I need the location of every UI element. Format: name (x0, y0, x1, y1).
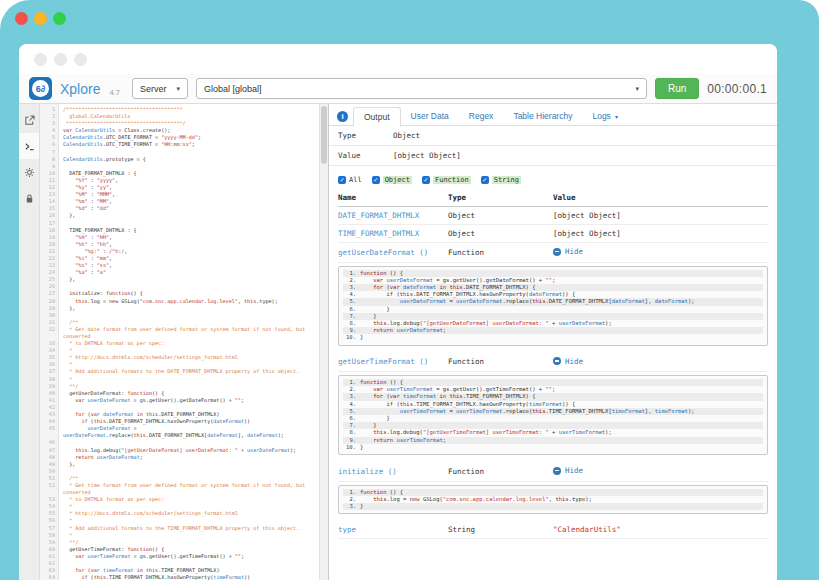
sidebar-item-terminal[interactable] (19, 133, 39, 159)
code-line[interactable]: 61 var userTimeFormat = gs.getUser().get… (40, 553, 319, 560)
code-line[interactable]: 34 * (40, 347, 319, 354)
property-name-link[interactable]: getUserTimeFormat () (338, 357, 448, 366)
code-line[interactable]: 57 * Add additional formats to the TIME_… (40, 525, 319, 532)
code-line[interactable]: 20 "%h" : "hh", (40, 241, 319, 248)
tab-table-hierarchy[interactable]: Table Hierarchy (503, 107, 582, 125)
code-line[interactable]: 60 getUserTimeFormat: function() { (40, 546, 319, 553)
code-line[interactable]: 52 * Get time format from user defined f… (40, 482, 319, 496)
checkbox-checked-icon[interactable] (338, 176, 346, 184)
filter-function[interactable]: Function (422, 176, 471, 184)
code-line[interactable]: 62 (40, 560, 319, 567)
code-line[interactable]: 50 (40, 468, 319, 475)
code-line[interactable]: 33 * to DHTMLX format as per spec: (40, 340, 319, 347)
code-line[interactable]: 6CalendarUtils.UTC_TIME_FORMAT = "HH:mm:… (40, 141, 319, 148)
code-line[interactable]: 14 "%m" : "MM", (40, 198, 319, 205)
code-line[interactable]: 64 if (this.TIME_FORMAT_DHTMLX.hasOwnPro… (40, 574, 319, 580)
tab-regex[interactable]: Regex (459, 107, 504, 125)
code-line[interactable]: 38 * (40, 376, 319, 383)
info-icon[interactable] (337, 111, 348, 122)
code-line[interactable]: 59 **/ (40, 539, 319, 546)
code-line[interactable]: 53 * to DHTMLX format as per spec: (40, 496, 319, 503)
code-line[interactable]: 41 var userDateFormat = gs.getUser().get… (40, 397, 319, 404)
editor-scrollbar[interactable] (319, 104, 328, 580)
tab-output[interactable]: Output (353, 107, 401, 127)
code-line[interactable]: 48 return userDateFormat; (40, 454, 319, 461)
code-line[interactable]: 30 (40, 312, 319, 319)
code-line[interactable]: 25 }, (40, 276, 319, 283)
code-line[interactable]: 55 * http://docs.dhtmlx.com/scheduler/se… (40, 510, 319, 517)
scope-select[interactable]: Global [global] ▾ (196, 78, 647, 99)
code-line[interactable]: 39 **/ (40, 383, 319, 390)
checkbox-checked-icon[interactable] (372, 176, 380, 184)
code-line[interactable]: 47 this.log.debug("[getUserDateFormat] u… (40, 447, 319, 454)
code-line[interactable]: 4var CalendarUtils = Class.create(); (40, 127, 319, 134)
server-select[interactable]: Server ▾ (132, 78, 188, 99)
checkbox-checked-icon[interactable] (422, 176, 430, 184)
code-line[interactable]: 45 userDateFormat = userDateFormat.repla… (40, 425, 319, 439)
property-name-link[interactable]: getUserDateFormat () (338, 248, 448, 257)
code-line[interactable]: 49 }, (40, 461, 319, 468)
property-name-link[interactable]: TIME_FORMAT_DHTMLX (338, 229, 448, 238)
code-line[interactable]: 2 global.CalendarUtils (40, 113, 319, 120)
code-line[interactable]: 12 "%y" : "yy", (40, 184, 319, 191)
code-line[interactable]: 40 getUserDateFormat: function() { (40, 390, 319, 397)
code-line[interactable]: 9 (40, 163, 319, 170)
code-line[interactable]: 13 "%M" : "MMM", (40, 191, 319, 198)
code-line[interactable]: 7 (40, 149, 319, 156)
code-line[interactable]: 21 "%g:" : /^h:/, (40, 248, 319, 255)
run-button[interactable]: Run (655, 78, 699, 99)
code-line[interactable]: 18 TIME_FORMAT_DHTMLX : { (40, 227, 319, 234)
code-line[interactable]: 23 "%s" : "ss", (40, 262, 319, 269)
code-line[interactable]: 46 (40, 439, 319, 446)
code-line[interactable]: 5CalendarUtils.UTC_DATE_FORMAT = "yyyy-M… (40, 134, 319, 141)
code-line[interactable]: 54 * (40, 503, 319, 510)
tab-user-data[interactable]: User Data (401, 107, 459, 125)
code-line[interactable]: 28 this.log = new GSLog("com.snc.app.cal… (40, 298, 319, 305)
code-line[interactable]: 42 (40, 404, 319, 411)
code-editor[interactable]: 1/**************************************… (40, 104, 319, 580)
code-line[interactable]: 32 * Get date format from user defined f… (40, 326, 319, 340)
hide-link[interactable]: Hide (553, 357, 583, 366)
property-name-link[interactable]: initialize () (338, 467, 448, 476)
code-line[interactable]: 44 if (this.DATE_FORMAT_DHTMLX.hasOwnPro… (40, 418, 319, 425)
code-line[interactable]: 26 (40, 283, 319, 290)
code-line[interactable]: 15 "%d" : "dd" (40, 205, 319, 212)
code-line[interactable]: 11 "%Y" : "yyyy", (40, 177, 319, 184)
property-name-link[interactable]: DATE_FORMAT_DHTMLX (338, 211, 448, 220)
code-line[interactable]: 29 }, (40, 305, 319, 312)
hide-link[interactable]: Hide (553, 466, 583, 475)
filter-string[interactable]: String (481, 176, 521, 184)
traffic-light-close[interactable] (15, 12, 28, 25)
code-line[interactable]: 63 for (var timeFormat in this.TIME_FORM… (40, 567, 319, 574)
hide-link[interactable]: Hide (553, 247, 583, 256)
sidebar-item-open-in-new[interactable] (19, 107, 39, 133)
code-line[interactable]: 1/************************************** (40, 106, 319, 113)
code-line[interactable]: 37 * Add additional formats to the DATE_… (40, 368, 319, 375)
checkbox-checked-icon[interactable] (481, 176, 489, 184)
tab-logs[interactable]: Logs (582, 107, 627, 125)
code-line[interactable]: 31 /** (40, 319, 319, 326)
code-line[interactable]: 8CalendarUtils.prototype = { (40, 156, 319, 163)
code-line[interactable]: 43 for (var dateFormat in this.DATE_FORM… (40, 411, 319, 418)
code-line[interactable]: 58 * (40, 532, 319, 539)
sidebar-item-settings[interactable] (19, 159, 39, 185)
filter-all[interactable]: All (338, 176, 362, 184)
traffic-light-minimize[interactable] (34, 12, 47, 25)
code-line[interactable]: 56 * (40, 517, 319, 524)
code-line[interactable]: 3 **************************************… (40, 120, 319, 127)
code-line[interactable]: 27 initialize: function() { (40, 290, 319, 297)
sidebar-item-lock[interactable] (19, 185, 39, 211)
filter-object[interactable]: Object (372, 176, 412, 184)
property-name-link[interactable]: type (338, 525, 448, 534)
code-line[interactable]: 35 * http://docs.dhtmlx.com/scheduler/se… (40, 354, 319, 361)
code-line[interactable]: 36 * (40, 361, 319, 368)
traffic-light-maximize[interactable] (53, 12, 66, 25)
code-line[interactable]: 24 "%a" : "a" (40, 269, 319, 276)
code-line[interactable]: 51 /** (40, 475, 319, 482)
code-line[interactable]: 10 DATE_FORMAT_DHTMLX : { (40, 170, 319, 177)
code-line[interactable]: 17 (40, 220, 319, 227)
code-line[interactable]: 22 "%i" : "mm", (40, 255, 319, 262)
scrollbar-thumb[interactable] (321, 106, 327, 164)
code-line[interactable]: 19 "%H" : "HH", (40, 234, 319, 241)
code-line[interactable]: 16 }, (40, 212, 319, 219)
